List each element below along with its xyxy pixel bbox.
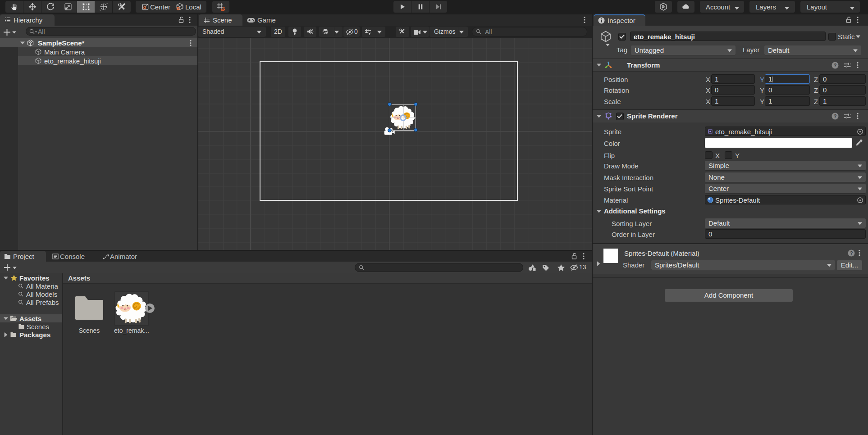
svg-text:?: ? xyxy=(850,250,853,256)
svg-text:?: ? xyxy=(834,63,837,68)
svg-text:?: ? xyxy=(834,113,837,119)
